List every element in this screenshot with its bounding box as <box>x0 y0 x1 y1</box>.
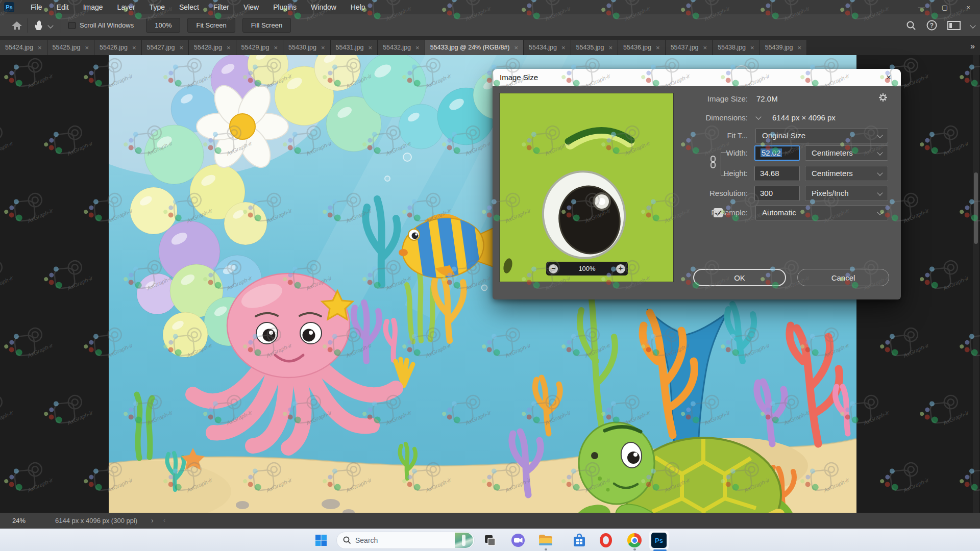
chevron-down-icon[interactable] <box>970 22 975 28</box>
tab-label: 55436.jpg <box>623 44 651 51</box>
start-button[interactable] <box>311 531 331 550</box>
search-icon[interactable] <box>906 20 916 31</box>
minimize-button[interactable]: — <box>910 0 933 14</box>
tab-close-icon[interactable]: × <box>561 44 566 52</box>
hand-tool-icon[interactable] <box>33 20 44 31</box>
document-tab[interactable]: 55432.jpg × <box>378 40 425 55</box>
menu-item[interactable]: Image <box>76 1 110 13</box>
taskbar-search[interactable]: Search <box>336 532 475 549</box>
document-tab[interactable]: 55437.jpg × <box>666 40 713 55</box>
tab-close-icon[interactable]: × <box>514 44 518 52</box>
tab-label: 55426.jpg <box>100 44 128 51</box>
windows-taskbar: Search <box>0 529 980 551</box>
maximize-button[interactable]: ▢ <box>933 0 957 14</box>
status-chevron-icon[interactable]: › <box>151 516 154 524</box>
tab-close-icon[interactable]: × <box>179 44 183 52</box>
task-view-icon <box>484 534 496 546</box>
document-tab[interactable]: 55426.jpg × <box>94 40 142 55</box>
document-tab[interactable]: 55429.jpg × <box>236 40 284 55</box>
document-tab[interactable]: 55435.jpg × <box>571 40 619 55</box>
help-icon[interactable]: ? <box>926 20 937 31</box>
document-tab[interactable]: 55438.jpg × <box>713 40 760 55</box>
tab-close-icon[interactable]: × <box>85 44 89 52</box>
chevron-down-icon <box>877 209 883 215</box>
menu-item[interactable]: Filter <box>206 1 236 13</box>
search-placeholder: Search <box>355 536 455 544</box>
document-tab[interactable]: 55431.jpg × <box>331 40 378 55</box>
width-input[interactable]: 52.02 <box>754 145 800 161</box>
tab-close-icon[interactable]: × <box>227 44 231 52</box>
tab-overflow-icon[interactable]: » <box>970 42 974 548</box>
menu-item[interactable]: Edit <box>50 1 76 13</box>
scroll-all-windows-checkbox[interactable] <box>68 22 76 29</box>
close-window-button[interactable]: × <box>957 0 980 14</box>
zoom-out-button[interactable]: − <box>549 264 558 273</box>
document-tab[interactable]: 55436.jpg × <box>618 40 666 55</box>
video-chat-icon <box>510 533 526 548</box>
menu-item[interactable]: Type <box>142 1 172 13</box>
search-highlight-thumbnail[interactable] <box>455 533 473 548</box>
scrollbar-thumb[interactable] <box>974 172 978 244</box>
tab-close-icon[interactable]: × <box>656 44 660 52</box>
tab-close-icon[interactable]: × <box>132 44 136 52</box>
tab-close-icon[interactable]: × <box>369 44 373 52</box>
gear-icon[interactable] <box>878 92 889 103</box>
tab-close-icon[interactable]: × <box>415 44 420 52</box>
menu-item[interactable]: View <box>236 1 266 13</box>
windows-logo-icon <box>315 534 327 546</box>
tab-close-icon[interactable]: × <box>321 44 325 52</box>
status-chevron-left-icon: ‹ <box>163 517 165 524</box>
menu-item[interactable]: Layer <box>110 1 142 13</box>
cancel-button[interactable]: Cancel <box>797 269 889 286</box>
tab-close-icon[interactable]: × <box>609 44 613 52</box>
ok-button[interactable]: OK <box>693 269 786 286</box>
document-tab[interactable]: 55439.jpg × <box>760 40 807 55</box>
tab-close-icon[interactable]: × <box>38 44 42 52</box>
tab-label: 55435.jpg <box>576 44 604 51</box>
height-unit-dropdown[interactable]: Centimeters <box>805 166 888 181</box>
menu-item[interactable]: Window <box>304 1 344 13</box>
chevron-down-icon[interactable] <box>47 22 53 28</box>
menu-item[interactable]: Help <box>344 1 373 13</box>
chat-app-button[interactable] <box>508 531 528 550</box>
resolution-input[interactable]: 300 <box>754 186 800 201</box>
workspace-icon[interactable] <box>947 20 961 31</box>
menu-item[interactable]: Plugins <box>266 1 304 13</box>
fit-to-dropdown[interactable]: Original Size <box>755 128 888 143</box>
menu-item[interactable]: Select <box>172 1 206 13</box>
resample-dropdown[interactable]: Automatic <box>755 205 888 220</box>
zoom-level-field[interactable]: 24% <box>12 517 26 524</box>
document-tab[interactable]: 55430.jpg × <box>283 40 331 55</box>
fit-screen-button[interactable]: Fit Screen <box>187 18 235 33</box>
menu-item[interactable]: File <box>23 1 50 13</box>
file-explorer-button[interactable] <box>536 531 555 550</box>
task-view-button[interactable] <box>480 531 500 550</box>
document-tab[interactable]: 55424.jpg × <box>0 40 47 55</box>
resolution-unit-dropdown[interactable]: Pixels/Inch <box>805 186 888 201</box>
document-tab[interactable]: 55425.jpg × <box>47 40 95 55</box>
height-input[interactable]: 34.68 <box>754 166 800 181</box>
link-dimensions-icon[interactable] <box>709 156 717 169</box>
width-unit-dropdown[interactable]: Centimeters <box>805 145 888 161</box>
fill-screen-button[interactable]: Fill Screen <box>242 18 291 33</box>
dialog-close-icon[interactable]: × <box>883 71 895 84</box>
opera-browser-button[interactable] <box>596 531 616 550</box>
dimensions-chevron-icon[interactable] <box>755 114 761 119</box>
document-tab[interactable]: 55434.jpg × <box>524 40 571 55</box>
document-tab[interactable]: 55433.jpg @ 24% (RGB/8#) × <box>425 40 524 55</box>
fit-to-label: Fit T... <box>646 131 748 140</box>
tab-close-icon[interactable]: × <box>798 44 802 52</box>
document-tab[interactable]: 55427.jpg × <box>142 40 189 55</box>
chrome-browser-button[interactable] <box>625 531 644 550</box>
tab-label: 55430.jpg <box>288 44 316 51</box>
home-icon[interactable] <box>11 20 22 31</box>
document-tab[interactable]: 55428.jpg × <box>189 40 236 55</box>
tab-close-icon[interactable]: × <box>750 44 754 52</box>
photoshop-taskbar-button[interactable]: Ps <box>649 531 669 550</box>
tab-close-icon[interactable]: × <box>274 44 278 52</box>
chevron-down-icon <box>877 170 883 176</box>
zoom-in-button[interactable]: + <box>616 264 625 273</box>
tab-close-icon[interactable]: × <box>703 44 707 52</box>
microsoft-store-button[interactable] <box>570 531 589 550</box>
zoom-100-button[interactable]: 100% <box>146 18 180 33</box>
